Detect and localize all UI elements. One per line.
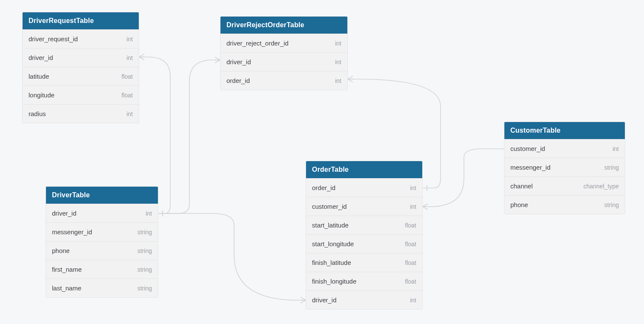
column-name: phone (52, 247, 70, 254)
column-name: latitude (29, 73, 49, 80)
table-row[interactable]: start_latitudefloat (306, 216, 422, 234)
table-row[interactable]: order_idint (306, 178, 422, 197)
relationship-connector (423, 149, 504, 207)
column-type: int (613, 145, 619, 152)
column-name: start_latitude (312, 222, 349, 229)
column-type: string (137, 247, 152, 254)
column-type: float (405, 278, 416, 285)
column-name: messenger_id (52, 228, 92, 236)
column-name: last_name (52, 284, 81, 292)
column-type: channel_type (584, 183, 619, 190)
table-row[interactable]: finish_longitudefloat (306, 272, 422, 290)
column-name: order_id (312, 184, 335, 191)
column-type: string (137, 229, 152, 236)
column-type: float (122, 73, 133, 80)
table-header: DriverRequestTable (23, 12, 139, 29)
svg-line-2 (139, 57, 144, 60)
svg-line-8 (348, 76, 353, 79)
column-type: float (122, 92, 133, 99)
erd-canvas: { "tables": { "driverRequest": { "title"… (0, 0, 644, 324)
column-type: float (405, 241, 416, 247)
table-row[interactable]: order_idint (220, 71, 347, 90)
table-header: DriverTable (46, 187, 158, 204)
column-name: first_name (52, 266, 82, 273)
svg-line-4 (215, 57, 220, 60)
column-type: int (126, 111, 133, 117)
svg-line-0 (139, 54, 144, 57)
column-name: messenger_id (510, 164, 550, 171)
table-row[interactable]: driver_idint (23, 48, 139, 67)
table-driver-reject-order[interactable]: DriverRejectOrderTable driver_reject_ord… (220, 16, 348, 90)
column-type: string (137, 285, 152, 292)
column-name: start_longitude (312, 240, 354, 247)
table-customer[interactable]: CustomerTable customer_idintmessenger_id… (504, 122, 625, 214)
table-row[interactable]: driver_reject_order_idint (220, 34, 347, 52)
column-name: driver_request_id (29, 35, 78, 43)
column-type: int (410, 203, 416, 210)
table-driver[interactable]: DriverTable driver_idintmessenger_idstri… (46, 186, 158, 298)
table-row[interactable]: start_longitudefloat (306, 234, 422, 253)
column-name: driver_id (312, 296, 337, 304)
svg-line-14 (301, 300, 306, 303)
table-header: DriverRejectOrderTable (220, 17, 347, 34)
table-row[interactable]: radiusint (23, 104, 139, 123)
table-row[interactable]: driver_idint (46, 204, 158, 222)
column-name: driver_id (29, 54, 53, 61)
table-row[interactable]: phonestring (504, 195, 625, 214)
column-type: string (604, 164, 619, 171)
table-header: OrderTable (306, 161, 422, 178)
column-name: customer_id (510, 145, 545, 152)
svg-line-18 (423, 207, 428, 210)
table-row[interactable]: longitudefloat (23, 85, 139, 104)
table-order[interactable]: OrderTable order_idintcustomer_idintstar… (306, 161, 423, 310)
relationship-connector (158, 213, 306, 300)
column-name: customer_id (312, 203, 347, 210)
column-type: int (410, 185, 416, 191)
column-type: float (405, 222, 416, 229)
table-row[interactable]: last_namestring (46, 279, 158, 297)
table-row[interactable]: driver_request_idint (23, 29, 139, 48)
table-row[interactable]: customer_idint (306, 197, 422, 216)
column-type: int (335, 77, 341, 84)
svg-line-6 (215, 60, 220, 63)
table-header: CustomerTable (504, 122, 625, 139)
column-name: channel (510, 182, 533, 190)
column-name: driver_id (52, 210, 77, 217)
table-row[interactable]: driver_idint (306, 290, 422, 309)
column-type: int (335, 59, 341, 65)
column-name: radius (29, 110, 46, 117)
table-row[interactable]: customer_idint (504, 139, 625, 158)
table-row[interactable]: phonestring (46, 241, 158, 260)
column-type: int (335, 40, 341, 47)
column-type: float (405, 259, 416, 266)
svg-line-12 (301, 297, 306, 300)
column-name: phone (510, 201, 528, 208)
column-type: string (137, 266, 152, 273)
column-name: finish_latitude (312, 259, 351, 266)
table-row[interactable]: messenger_idstring (46, 222, 158, 241)
table-row[interactable]: finish_latitudefloat (306, 253, 422, 272)
column-type: int (126, 36, 133, 43)
column-type: int (410, 297, 416, 304)
relationship-connector (158, 60, 220, 213)
svg-line-16 (423, 204, 428, 207)
column-type: int (146, 210, 152, 217)
column-name: driver_reject_order_id (226, 40, 289, 47)
table-row[interactable]: channelchannel_type (504, 176, 625, 195)
table-row[interactable]: messenger_idstring (504, 158, 625, 176)
column-name: longitude (29, 91, 54, 99)
column-name: driver_id (226, 58, 251, 65)
column-type: int (126, 54, 133, 61)
table-row[interactable]: first_namestring (46, 260, 158, 279)
column-type: string (604, 202, 619, 208)
table-driver-request[interactable]: DriverRequestTable driver_request_idintd… (22, 12, 139, 123)
table-row[interactable]: driver_idint (220, 52, 347, 71)
svg-line-10 (348, 79, 353, 82)
column-name: finish_longitude (312, 278, 356, 285)
table-row[interactable]: latitudefloat (23, 67, 139, 85)
column-name: order_id (226, 77, 250, 84)
